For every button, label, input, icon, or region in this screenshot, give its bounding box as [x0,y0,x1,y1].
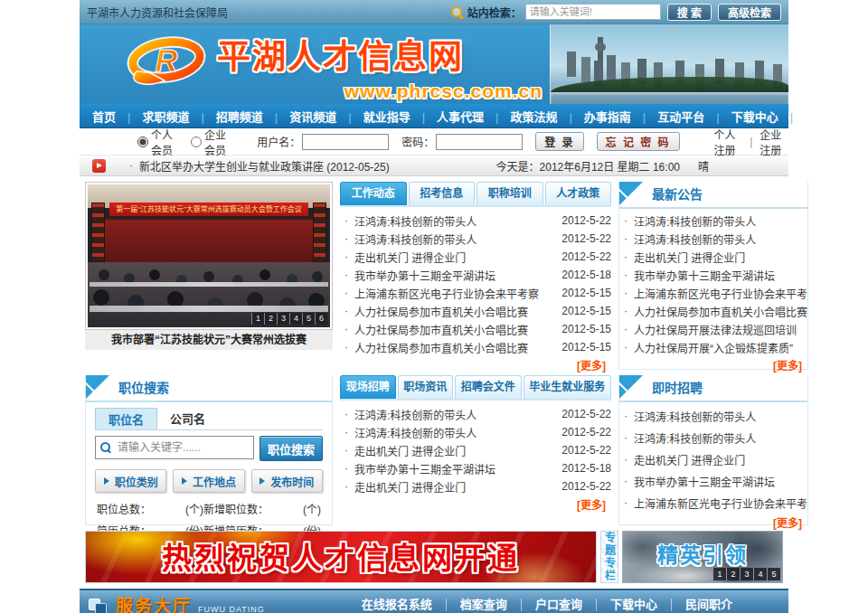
footer-link[interactable]: 民间职介 [671,599,746,611]
news-link[interactable]: 上海浦东新区光电子行业协会来平考察 [354,286,554,301]
photo-pager-item[interactable]: 3 [277,313,289,325]
nav-item[interactable]: 政策法规 [484,108,557,125]
notice-link[interactable]: 汪鸿涛:科技创新的带头人 [634,231,807,247]
nav-item[interactable]: 人事代理 [410,108,484,125]
news-link[interactable]: 人力社保局参加市直机关小合唱比赛 [354,304,554,319]
notice-link[interactable]: 上海浦东新区光电子行业协会来平考 [634,286,807,301]
tab-work-news[interactable]: 工作动态 [340,182,407,205]
elite-pager-item[interactable]: 1 [712,568,726,580]
news-photo[interactable]: 第一届“江苏技能状元”大赛常州选拔赛动员大会暨工作会议 123456 [85,182,333,330]
notice-link[interactable]: 人力社保局参加市直机关小合唱比赛 [634,304,807,319]
filter-button[interactable]: 发布时间 [251,469,323,493]
tab-talent-policy[interactable]: 人才政策 [545,182,612,205]
tab-title-training[interactable]: 职称培训 [476,182,543,205]
instant-link[interactable]: 汪鸿涛:科技创新的带头人 [634,430,807,446]
nav-item[interactable]: 资讯频道 [263,108,336,125]
company-member-option[interactable]: 企业会员 [191,127,231,157]
nav-item[interactable]: 首页 [92,108,116,125]
nav-item[interactable]: 下载中心 [704,108,778,125]
elite-pager-item[interactable]: 2 [726,568,740,580]
company-member-radio[interactable] [191,137,202,147]
instant-link[interactable]: 汪鸿涛:科技创新的带头人 [634,409,807,424]
news-link[interactable]: 汪鸿涛:科技创新的带头人 [354,425,554,440]
photo-pager-item[interactable]: 1 [251,313,264,325]
news-link[interactable]: 走出机关门 进得企业门 [354,250,554,265]
footer-link[interactable]: 在线报名系统 [348,599,446,611]
site-search-input[interactable] [525,4,661,20]
tab-exam-info[interactable]: 招考信息 [409,182,476,205]
username-field[interactable] [302,134,389,150]
notice-link[interactable]: 走出机关门 进得企业门 [634,250,807,265]
news-link[interactable]: 人力社保局参加市直机关小合唱比赛 [354,340,554,355]
footer-link[interactable]: 户口查询 [521,599,596,611]
nav-item[interactable]: 互动平台 [631,108,704,125]
password-field[interactable] [436,134,523,150]
advanced-search-button[interactable]: 高级检索 [718,4,781,21]
ticker-news-link[interactable]: 新北区举办大学生创业与就业政策讲座 (2012-05-25) [139,158,390,174]
news-link[interactable]: 汪鸿涛:科技创新的带头人 [354,213,554,229]
filter-button[interactable]: 工作地点 [173,469,244,493]
more-link[interactable]: [更多] [773,360,802,373]
job-search-button[interactable]: 职位搜索 [259,436,323,461]
more-link[interactable]: [更多] [577,499,606,512]
personal-member-option[interactable]: 个人会员 [137,127,178,157]
elite-pager-item[interactable]: 4 [753,568,767,580]
instant-link[interactable]: 我市举办第十三期金平湖讲坛 [634,474,807,489]
notice-link[interactable]: 汪鸿涛:科技创新的带头人 [634,213,807,229]
filter-button[interactable]: 职位类别 [95,469,166,493]
instant-link[interactable]: 上海浦东新区光电子行业协会来平考 [634,495,807,511]
personal-register-link[interactable]: 个人注册 [714,127,743,157]
nav-item[interactable]: 招聘频道 [189,108,262,125]
elite-pager-item[interactable]: 3 [740,568,753,580]
more-link[interactable]: [更多] [577,360,606,373]
tab-job-name[interactable]: 职位名 [95,408,157,429]
keyword-input[interactable] [95,436,254,459]
notice-row: · 人力社保局参加市直机关小合唱比赛 [619,302,807,320]
tab-company-name[interactable]: 公司名 [157,408,218,429]
news-link[interactable]: 我市举办第十三期金平湖讲坛 [354,461,554,476]
company-register-link[interactable]: 企业注册 [760,127,788,157]
site-logo[interactable]: R [123,36,210,94]
tab-onsite-recruit[interactable]: 现场招聘 [340,375,396,399]
instant-link[interactable]: 走出机关门 进得企业门 [634,452,807,467]
news-link[interactable]: 走出机关门 进得企业门 [354,443,554,458]
news-link[interactable]: 走出机关门 进得企业门 [354,479,554,495]
elite-pager-item[interactable]: 5 [767,568,780,580]
footer-link[interactable]: 档案查询 [446,599,521,611]
nav-item[interactable]: 办事指南 [557,108,630,125]
recruit-news-panel: 现场招聘 职场资讯 招聘会文件 毕业生就业服务 · 汪鸿涛:科技创新的带头人 2… [340,375,611,525]
photo-caption[interactable]: 我市部署“江苏技能状元”大赛常州选拔赛 [85,330,333,350]
nav-item[interactable]: 就业指导 [336,108,410,125]
login-button[interactable]: 登 录 [535,132,583,151]
photo-pager-item[interactable]: 5 [302,313,315,325]
special-column-strip[interactable]: 专题专栏 [600,531,618,583]
nav-item[interactable]: 求职频道 [116,108,189,125]
more-link[interactable]: [更多] [773,517,802,530]
news-link[interactable]: 我市举办第十三期金平湖讲坛 [354,268,554,283]
notice-row: · 人力社保局开展“入企锻炼提素质” [619,338,807,356]
photo-pager-item[interactable]: 2 [264,313,277,325]
news-link[interactable]: 人力社保局参加市直机关小合唱比赛 [354,322,554,337]
forgot-password-button[interactable]: 忘 记 密 码 [597,132,680,151]
list-bullet: · [344,305,348,317]
photo-pager-item[interactable]: 6 [315,313,327,325]
search-button[interactable]: 搜 索 [667,4,712,21]
notice-link[interactable]: 人力社保局开展法律法规巡回培训 [634,322,807,337]
elite-banner[interactable]: 精英引领 12345 [622,531,783,583]
news-link[interactable]: 汪鸿涛:科技创新的带头人 [354,407,554,422]
news-link[interactable]: 汪鸿涛:科技创新的带头人 [354,231,554,247]
notice-link[interactable]: 我市举办第十三期金平湖讲坛 [634,268,807,283]
tab-graduate-service[interactable]: 毕业生就业服务 [524,375,612,399]
list-bullet: · [344,287,348,299]
list-bullet: · [624,431,627,444]
list-bullet: · [624,250,627,263]
tab-jobfair-files[interactable]: 招聘会文件 [455,375,522,399]
tab-career-info[interactable]: 职场资讯 [398,375,454,399]
footer-link[interactable]: 下载中心 [596,599,671,611]
celebration-banner[interactable]: 热烈祝贺人才信息网开通 [85,531,597,583]
nav-item[interactable]: 网站地图 [778,108,852,125]
personal-member-radio[interactable] [137,137,148,147]
main-nav: 首页求职频道招聘频道资讯频道就业指导人事代理政策法规办事指南互动平台下载中心网站… [80,104,788,128]
notice-link[interactable]: 人力社保局开展“入企锻炼提素质” [634,340,807,355]
photo-pager-item[interactable]: 4 [289,313,302,325]
